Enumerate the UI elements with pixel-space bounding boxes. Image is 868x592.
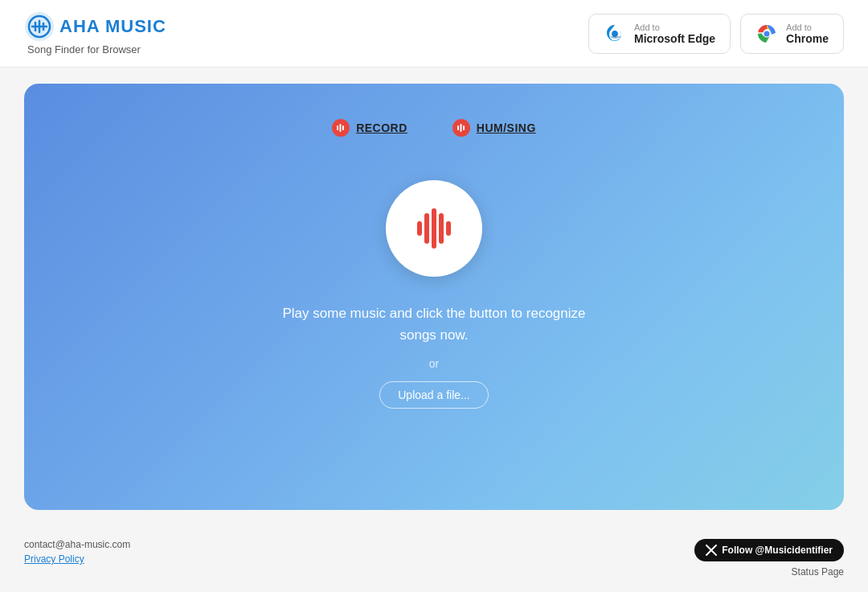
header-buttons: Add to Microsoft Edge Add [588,14,844,54]
add-to-edge-button[interactable]: Add to Microsoft Edge [588,14,731,54]
main-content: RECORD HUM/SING [0,68,868,526]
logo-row: AHA MUSIC [24,11,166,42]
twitter-label: Follow @Musicidentifier [722,545,833,556]
record-button[interactable] [386,180,482,277]
waveform-icon [417,208,451,249]
wave-bar-4 [439,213,444,244]
footer-right: Follow @Musicidentifier Status Page [694,539,844,578]
svg-rect-10 [340,124,342,132]
logo-text: AHA MUSIC [59,16,166,37]
footer-email: contact@aha-music.com [24,539,130,550]
logo-subtitle: Song Finder for Browser [27,43,166,56]
twitter-x-icon [706,545,717,556]
wave-bar-1 [417,221,422,236]
svg-rect-12 [457,125,459,130]
svg-rect-13 [460,124,461,132]
chrome-browser-name: Chrome [786,32,829,45]
status-page-link[interactable]: Status Page [792,566,844,578]
svg-rect-11 [342,125,344,130]
hum-tab-label: HUM/SING [477,121,536,134]
tab-record[interactable]: RECORD [326,116,414,140]
record-tab-icon [332,119,350,137]
tabs: RECORD HUM/SING [326,116,542,140]
edge-add-to-label: Add to [634,23,660,32]
chrome-btn-text: Add to Chrome [786,23,829,45]
or-text: or [429,357,439,370]
instruction-text: Play some music and click the button to … [281,302,587,346]
svg-point-8 [764,31,770,36]
wave-bar-3 [432,208,436,249]
footer-left: contact@aha-music.com Privacy Policy [24,539,130,565]
wave-bar-2 [424,213,429,244]
privacy-policy-link[interactable]: Privacy Policy [24,553,130,565]
logo-area: AHA MUSIC Song Finder for Browser [24,11,166,56]
chrome-add-to-label: Add to [786,23,812,32]
edge-browser-name: Microsoft Edge [634,32,715,45]
chrome-icon [755,23,778,45]
header: AHA MUSIC Song Finder for Browser Ad [0,0,868,68]
hero-card: RECORD HUM/SING [24,84,844,510]
svg-rect-9 [337,125,338,130]
edge-btn-text: Add to Microsoft Edge [634,23,715,45]
add-to-chrome-button[interactable]: Add to Chrome [740,14,844,54]
twitter-follow-button[interactable]: Follow @Musicidentifier [694,539,844,561]
upload-button[interactable]: Upload a file... [379,381,489,409]
edge-icon [604,23,626,45]
record-tab-label: RECORD [356,121,407,134]
tab-hum[interactable]: HUM/SING [446,116,542,140]
logo-icon [24,11,55,42]
hum-tab-icon [452,119,470,137]
record-btn-container [386,180,482,277]
footer: contact@aha-music.com Privacy Policy Fol… [0,526,868,590]
svg-rect-14 [463,125,465,130]
wave-bar-5 [446,221,451,236]
